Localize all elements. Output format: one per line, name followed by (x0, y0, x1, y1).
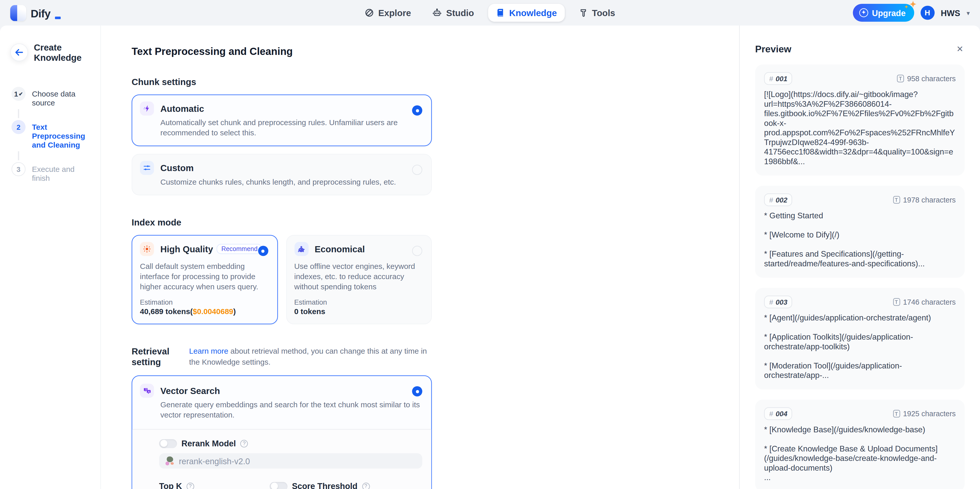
sparkle-icon: ✦ (910, 0, 916, 9)
vector-search-settings: Rerank Model ? rerank-english-v2.0 Top K (132, 429, 431, 489)
radio-vector-search[interactable] (412, 386, 422, 397)
retrieval-option-vector-search[interactable]: 文A Vector Search Generate query embeddin… (132, 375, 432, 489)
sun-icon (140, 242, 154, 256)
nav-item-knowledge[interactable]: Knowledge (488, 4, 565, 22)
option-description: Customize chunks rules, chunks length, a… (161, 177, 424, 187)
estimation-price: $0.0040689 (192, 307, 233, 316)
upgrade-label: Upgrade (872, 8, 906, 17)
account-area: ✦ Upgrade ✦ ✦ H HWS ▾ (853, 4, 970, 22)
app-root: Dify Explore Studio Knowledge Tools (0, 0, 980, 489)
radio-economical[interactable] (412, 246, 422, 256)
lightning-icon (140, 102, 154, 116)
estimation-label: Estimation (294, 298, 423, 306)
step-list: 1✔ Choose data source 2 Text Preprocessi… (11, 87, 93, 183)
nav-item-studio[interactable]: Studio (425, 4, 482, 22)
step-number: 2 (11, 120, 25, 134)
chunk-char-count: T958 characters (897, 75, 956, 83)
step-execute-finish: 3 Execute and finish (11, 162, 93, 183)
nav-label: Tools (592, 8, 615, 18)
piggy-bank-icon (294, 242, 308, 256)
chunk-option-automatic[interactable]: Automatic Automatically set chunk and pr… (132, 94, 432, 146)
page-flow-title: Create Knowledge (34, 42, 93, 63)
back-button[interactable] (10, 43, 28, 61)
close-icon[interactable]: ✕ (955, 43, 965, 54)
preview-chunk-003: #003 T1746 characters * [Agent](/guides/… (755, 288, 965, 390)
chunk-id-badge: #001 (764, 72, 792, 85)
option-description: Use offline vector engines, keyword inde… (294, 261, 423, 292)
chunk-char-count: T1746 characters (893, 298, 956, 306)
preview-chunk-004: #004 T1925 characters * [Knowledge Base]… (755, 400, 965, 489)
estimation-value: 0 tokens (294, 307, 423, 316)
estimation-value: 40,689 tokens($0.0040689) (140, 307, 269, 316)
help-icon[interactable]: ? (240, 440, 248, 447)
chevron-down-icon[interactable]: ▾ (966, 9, 970, 16)
learn-more-link[interactable]: Learn more (189, 347, 228, 356)
hash-icon: # (769, 196, 773, 204)
content-sheet: Create Knowledge 1✔ Choose data source 2… (0, 25, 980, 489)
chunk-text: * [Agent](/guides/application-orchestrat… (764, 314, 956, 381)
text-icon: T (897, 75, 904, 83)
step-label: Choose data source (32, 87, 93, 107)
nav-label: Explore (378, 8, 411, 18)
chunk-option-custom[interactable]: Custom Customize chunks rules, chunks le… (132, 154, 432, 195)
step-choose-data-source: 1✔ Choose data source (11, 87, 93, 107)
radio-automatic[interactable] (412, 105, 422, 116)
step-label: Text Preprocessing and Cleaning (32, 120, 93, 149)
rerank-model-value: rerank-english-v2.0 (179, 456, 250, 466)
hash-icon: # (769, 75, 773, 83)
nav-item-tools[interactable]: Tools (571, 4, 623, 22)
avatar[interactable]: H (920, 6, 934, 20)
index-option-economical[interactable]: Economical Use offline vector engines, k… (286, 235, 432, 324)
check-icon: ✔ (19, 91, 23, 97)
sliders-icon (140, 161, 154, 175)
nav-label: Knowledge (509, 8, 557, 18)
retrieval-note: Learn more about retrieval method, you c… (189, 346, 432, 368)
help-icon[interactable]: ? (186, 483, 194, 489)
sidebar: Create Knowledge 1✔ Choose data source 2… (0, 25, 101, 489)
dify-logo[interactable]: Dify (10, 5, 60, 21)
text-icon: T (893, 196, 900, 204)
nav-item-explore[interactable]: Explore (357, 4, 419, 22)
score-threshold-toggle[interactable] (270, 482, 288, 489)
help-icon[interactable]: ? (362, 483, 369, 489)
main-nav: Explore Studio Knowledge Tools (357, 0, 623, 25)
svg-text:A: A (148, 390, 150, 392)
step-connector (18, 151, 19, 160)
preview-panel: Preview ✕ #001 T958 characters [![Logo](… (739, 25, 980, 489)
step-connector (18, 109, 19, 118)
option-title: Vector Search (161, 386, 220, 396)
sparkle-icon: ✦ (904, 5, 908, 10)
chunk-char-count: T1978 characters (893, 196, 956, 204)
top-k-label: Top K (159, 481, 182, 489)
step-number: 1✔ (11, 87, 25, 101)
index-option-high-quality[interactable]: High Quality Recommend Call default syst… (132, 235, 277, 324)
rerank-model-select[interactable]: rerank-english-v2.0 (159, 453, 422, 468)
robot-icon (433, 8, 442, 17)
text-icon: T (893, 410, 900, 418)
retrieval-setting-heading: Retrieval setting (132, 346, 186, 368)
svg-text:文: 文 (145, 388, 147, 391)
tools-icon (579, 8, 587, 17)
vector-search-icon: 文A (140, 384, 154, 398)
page-title: Text Preprocessing and Cleaning (132, 46, 739, 57)
chunk-id-badge: #004 (764, 407, 792, 420)
logo-text: Dify (31, 6, 50, 21)
radio-custom[interactable] (412, 165, 422, 175)
rerank-model-toggle[interactable] (159, 439, 177, 448)
option-description: Call default system embedding interface … (140, 261, 269, 292)
cohere-model-icon (165, 457, 175, 465)
explore-icon (365, 8, 374, 17)
estimation-label: Estimation (140, 298, 269, 306)
option-title: High Quality Recommend (161, 244, 262, 254)
option-title: Custom (161, 163, 194, 173)
step-label: Execute and finish (32, 162, 93, 183)
chunk-text: * Getting Started * [Welcome to Dify](/)… (764, 211, 956, 269)
radio-high-quality[interactable] (258, 246, 268, 256)
main-content: Text Preprocessing and Cleaning Chunk se… (101, 25, 739, 489)
hash-icon: # (769, 410, 773, 418)
chunk-settings-heading: Chunk settings (132, 76, 432, 87)
score-threshold-label: Score Threshold (292, 481, 358, 489)
upgrade-button[interactable]: ✦ Upgrade ✦ ✦ (853, 4, 914, 22)
logo-underscore (55, 16, 61, 19)
chunk-id-badge: #002 (764, 194, 792, 206)
